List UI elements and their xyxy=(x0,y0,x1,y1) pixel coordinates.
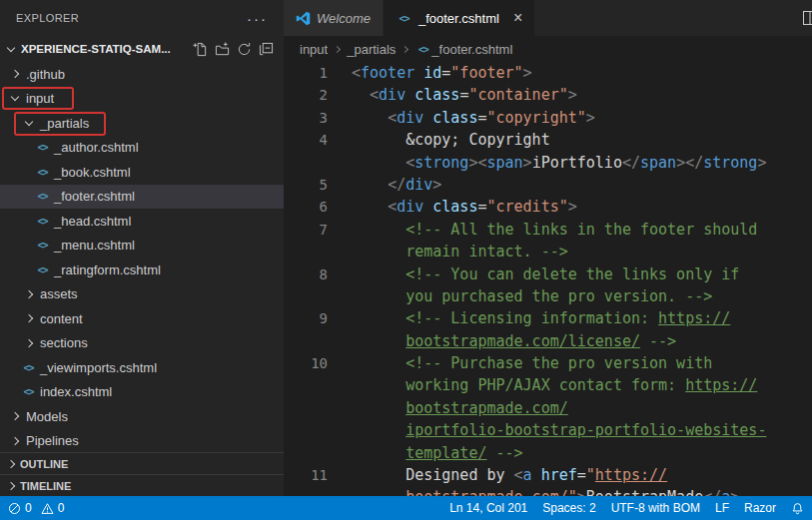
code-text[interactable]: <strong><span>iPortfolio</span></strong> xyxy=(352,152,766,174)
chevron-right-icon xyxy=(334,45,341,52)
tree-item-_author.cshtml[interactable]: <>_author.cshtml xyxy=(0,136,284,161)
tree-item-Models[interactable]: Models xyxy=(0,404,284,429)
split-editor-icon[interactable] xyxy=(802,10,812,29)
tree-item-_footer.cshtml[interactable]: <>_footer.cshtml xyxy=(0,185,284,210)
problems-button[interactable]: 0 0 xyxy=(8,501,64,515)
new-file-icon[interactable] xyxy=(193,42,208,57)
code-line: you purchased the pro version. --> xyxy=(284,285,812,307)
chevron-right-icon xyxy=(6,71,23,77)
breadcrumb-item[interactable]: input xyxy=(300,42,328,57)
code-text[interactable]: bootstrapmade.com/license/ --> xyxy=(352,330,676,352)
tree-item-label: _author.cshtml xyxy=(54,140,139,155)
tree-item-_viewimports.cshtml[interactable]: <>_viewimports.cshtml xyxy=(0,355,284,380)
tree-item-label: sections xyxy=(40,335,88,350)
editor-area: Welcome<>_footer.cshtml× input_partials<… xyxy=(284,0,812,496)
code-line: template/ --> xyxy=(284,442,812,464)
code-line: 4 &copy; Copyright xyxy=(284,129,812,151)
tree-item-index.cshtml[interactable]: <>index.cshtml xyxy=(0,380,284,405)
code-editor[interactable]: 1<footer id="footer">2 <div class="conta… xyxy=(284,62,812,496)
code-file-icon: <> xyxy=(34,216,51,227)
cursor-position[interactable]: Ln 14, Col 201 xyxy=(449,501,527,515)
encoding-setting[interactable]: UTF-8 with BOM xyxy=(611,501,700,515)
code-text[interactable]: you purchased the pro version. --> xyxy=(352,285,712,307)
code-text[interactable]: <div class="copyright"> xyxy=(352,107,595,129)
chevron-right-icon xyxy=(20,291,37,297)
code-text[interactable]: iportfolio-bootstrap-portfolio-websites- xyxy=(352,419,766,441)
timeline-panel-header[interactable]: TIMELINE xyxy=(0,474,284,496)
line-number xyxy=(284,442,352,464)
line-number xyxy=(284,241,352,262)
line-number: 6 xyxy=(284,196,352,218)
tab-_footer.cshtml[interactable]: <>_footer.cshtml× xyxy=(384,0,535,36)
file-tree: .githubinput_partials<>_author.cshtml<>_… xyxy=(0,62,284,452)
eol-setting[interactable]: LF xyxy=(715,501,729,515)
breadcrumb-item[interactable]: _footer.cshtml xyxy=(431,42,512,57)
code-text[interactable]: working PHP/AJAX contact form: https:// xyxy=(352,374,757,396)
tree-item-input[interactable]: input xyxy=(0,87,284,112)
tree-item-content[interactable]: content xyxy=(0,306,284,331)
code-line: bootstrapmade.com/license/ --> xyxy=(284,330,812,352)
line-number: 7 xyxy=(284,219,352,241)
code-text[interactable]: <!-- All the links in the footer should xyxy=(352,219,757,241)
workspace-header[interactable]: XPERIENCE-STATIQ-SAM... xyxy=(0,36,284,62)
code-file-icon: <> xyxy=(34,167,51,178)
code-text[interactable]: remain intact. --> xyxy=(352,241,568,262)
code-text[interactable]: <!-- You can delete the links only if xyxy=(352,263,739,285)
tree-item-label: Pipelines xyxy=(26,433,79,448)
code-line: 3 <div class="copyright"> xyxy=(284,107,812,129)
new-folder-icon[interactable] xyxy=(215,42,230,57)
collapse-all-icon[interactable] xyxy=(259,42,274,57)
chevron-right-icon xyxy=(7,481,15,489)
tab-Welcome[interactable]: Welcome xyxy=(284,0,384,36)
chevron-right-icon xyxy=(20,315,37,321)
tree-item-_ratingform.cshtml[interactable]: <>_ratingform.cshtml xyxy=(0,258,284,282)
tree-item-_partials[interactable]: _partials xyxy=(0,111,284,136)
tree-item-Pipelines[interactable]: Pipelines xyxy=(0,429,284,453)
tree-item-_menu.cshtml[interactable]: <>_menu.cshtml xyxy=(0,234,284,259)
code-line: 7 <!-- All the links in the footer shoul… xyxy=(284,219,812,241)
code-line: 9 <!-- Licensing information: https:// xyxy=(284,307,812,329)
tree-item-sections[interactable]: sections xyxy=(0,331,284,356)
breadcrumb-item[interactable]: _partials xyxy=(347,42,396,57)
tab-label: _footer.cshtml xyxy=(418,11,499,26)
line-number: 2 xyxy=(284,84,352,106)
outline-panel-header[interactable]: OUTLINE xyxy=(0,452,284,474)
close-icon[interactable]: × xyxy=(513,10,522,26)
tree-item-.github[interactable]: .github xyxy=(0,62,284,87)
code-line: <strong><span>iPortfolio</span></strong> xyxy=(284,152,812,174)
line-number: 1 xyxy=(284,62,352,84)
line-number xyxy=(284,397,352,419)
code-text[interactable]: <div class="container"> xyxy=(352,84,577,106)
line-number xyxy=(284,419,352,441)
chevron-right-icon xyxy=(20,340,37,346)
code-text[interactable]: <footer id="footer"> xyxy=(352,62,532,84)
more-actions-icon[interactable]: ··· xyxy=(247,11,268,26)
tree-item-_head.cshtml[interactable]: <>_head.cshtml xyxy=(0,209,284,234)
code-line: 1<footer id="footer"> xyxy=(284,62,812,84)
code-text[interactable]: <!-- Purchase the pro version with xyxy=(352,352,712,374)
code-text[interactable]: &copy; Copyright xyxy=(352,129,550,151)
tree-item-_book.cshtml[interactable]: <>_book.cshtml xyxy=(0,160,284,185)
error-icon xyxy=(8,502,21,515)
indentation-setting[interactable]: Spaces: 2 xyxy=(542,501,595,515)
timeline-panel-label: TIMELINE xyxy=(20,480,71,492)
code-line: bootstrapmade.com/ xyxy=(284,397,812,419)
code-text[interactable]: bootstrapmade.com/ xyxy=(352,397,568,419)
refresh-icon[interactable] xyxy=(237,42,252,57)
notifications-bell-icon[interactable] xyxy=(791,502,804,515)
language-mode[interactable]: Razor xyxy=(744,501,776,515)
code-text[interactable]: template/ --> xyxy=(352,442,523,464)
code-text[interactable]: <div class="credits"> xyxy=(352,196,577,218)
code-file-icon: <> xyxy=(414,44,431,55)
line-number: 8 xyxy=(284,263,352,285)
code-text[interactable]: bootstrapmade.com/">BootstrapMade</a> xyxy=(352,486,739,496)
tree-item-assets[interactable]: assets xyxy=(0,282,284,307)
code-line: 5 </div> xyxy=(284,174,812,196)
tree-item-label: input xyxy=(26,91,54,106)
code-text[interactable]: </div> xyxy=(352,174,441,196)
code-line: 10 <!-- Purchase the pro version with xyxy=(284,352,812,374)
code-text[interactable]: <!-- Licensing information: https:// xyxy=(352,307,730,329)
tree-item-label: _viewimports.cshtml xyxy=(40,360,157,375)
line-number xyxy=(284,374,352,396)
code-text[interactable]: Designed by <a href="https:// xyxy=(352,464,667,486)
